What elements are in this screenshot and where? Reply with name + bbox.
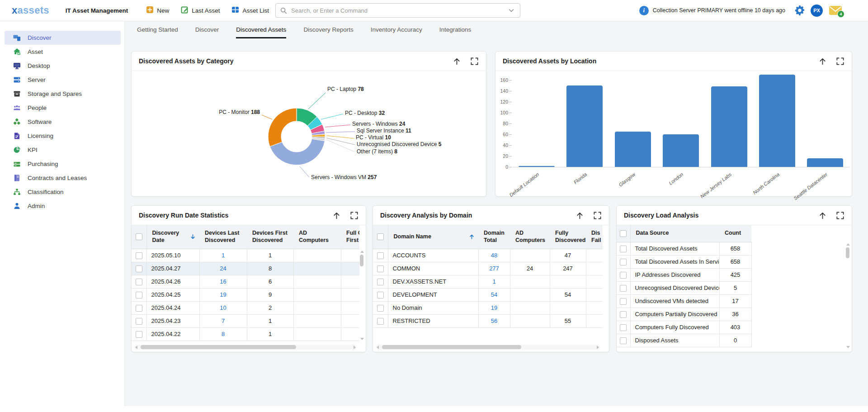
up-arrow-icon[interactable]: [576, 211, 584, 220]
table-row[interactable]: Computers Partially Discovered36: [617, 308, 751, 321]
cell-link[interactable]: 24: [220, 265, 226, 272]
bar-north-carolina[interactable]: [759, 75, 795, 167]
cell-link[interactable]: 7: [222, 317, 225, 324]
row-checkbox[interactable]: [620, 337, 627, 344]
table-row[interactable]: 2025.04.2371: [132, 314, 359, 327]
column-header-count[interactable]: Count: [719, 225, 751, 242]
horizontal-scrollbar[interactable]: [376, 345, 600, 350]
row-checkbox[interactable]: [377, 305, 384, 312]
column-header-data-source[interactable]: Data Source: [630, 225, 719, 242]
table-row[interactable]: ACCOUNTS4847: [373, 249, 603, 262]
row-checkbox[interactable]: [136, 265, 142, 272]
user-avatar[interactable]: PX: [811, 5, 823, 17]
table-row[interactable]: DEV.XASSETS.NET1: [373, 275, 603, 288]
fullscreen-icon[interactable]: [470, 57, 479, 66]
table-row[interactable]: 2025.04.25199: [132, 288, 359, 301]
table-row[interactable]: 2025.04.27248: [132, 262, 359, 275]
bar-seattle-datacenter[interactable]: [807, 158, 843, 167]
table-row[interactable]: Unrecognised Discovered Devices5: [617, 281, 751, 294]
search-input[interactable]: [290, 7, 508, 14]
cell-link[interactable]: 277: [489, 265, 499, 272]
row-checkbox[interactable]: [377, 292, 384, 298]
tab-integrations[interactable]: Integrations: [439, 26, 472, 38]
select-all-checkbox[interactable]: [377, 233, 384, 240]
row-checkbox[interactable]: [136, 318, 142, 325]
table-row[interactable]: Undiscovered VMs detected17: [617, 294, 751, 308]
column-header-ad-computers[interactable]: AD Computers: [510, 225, 550, 249]
sidebar-item-desktop[interactable]: Desktop: [5, 59, 121, 73]
row-checkbox[interactable]: [620, 259, 627, 265]
column-header-fully-discovered[interactable]: Fully Discovered: [550, 225, 586, 249]
sidebar-item-software[interactable]: Software: [5, 115, 121, 129]
messages-button[interactable]: 4: [828, 5, 843, 16]
sidebar-item-kpi[interactable]: KPI: [5, 143, 121, 157]
cell-link[interactable]: 1: [492, 278, 495, 285]
table-row[interactable]: 2025.04.2281: [132, 327, 359, 341]
bar-default-location[interactable]: [519, 166, 555, 167]
table-row[interactable]: IP Addresses Discovered425: [617, 268, 751, 281]
sidebar-item-admin[interactable]: Admin: [5, 199, 121, 213]
tab-discover[interactable]: Discover: [195, 26, 219, 38]
cell-link[interactable]: 8: [222, 331, 225, 337]
xassets-logo[interactable]: xassets: [12, 5, 49, 16]
row-checkbox[interactable]: [620, 324, 627, 331]
up-arrow-icon[interactable]: [332, 211, 341, 220]
table-row[interactable]: DEVELOPMENT5454: [373, 288, 603, 301]
column-header-ad-computers[interactable]: AD Computers: [293, 225, 341, 249]
row-checkbox[interactable]: [620, 311, 627, 318]
vertical-scrollbar[interactable]: [359, 251, 364, 340]
tab-getting-started[interactable]: Getting Started: [137, 26, 178, 38]
select-all-checkbox[interactable]: [620, 230, 627, 237]
table-row[interactable]: Total Discovered Assets658: [617, 242, 751, 255]
column-header-discovery-date[interactable]: Discovery Date: [146, 225, 199, 249]
up-arrow-icon[interactable]: [818, 211, 827, 220]
column-header-devices-first-discovered[interactable]: Devices First Discovered: [247, 225, 293, 249]
cell-link[interactable]: 19: [220, 291, 226, 298]
cell-link[interactable]: 16: [220, 278, 226, 285]
up-arrow-icon[interactable]: [818, 57, 827, 66]
select-all-checkbox[interactable]: [136, 233, 142, 240]
column-header-devices-last-discovered[interactable]: Devices Last Discovered: [199, 225, 247, 249]
new-button[interactable]: New: [146, 6, 169, 15]
row-checkbox[interactable]: [377, 279, 384, 285]
row-checkbox[interactable]: [377, 252, 384, 259]
sidebar-item-classification[interactable]: Classification: [5, 185, 121, 199]
table-row[interactable]: Total Discovered Assets In Service658: [617, 255, 751, 268]
bar-new-jersey-labs[interactable]: [711, 86, 747, 167]
table-row[interactable]: 2025.04.26166: [132, 275, 359, 288]
table-row[interactable]: No Domain19: [373, 301, 603, 314]
cell-link[interactable]: 48: [491, 252, 497, 259]
chevron-down-icon[interactable]: [508, 7, 514, 14]
row-checkbox[interactable]: [620, 272, 627, 279]
row-checkbox[interactable]: [136, 279, 142, 285]
row-checkbox[interactable]: [620, 298, 627, 305]
table-row[interactable]: RESTRICTED5655: [373, 314, 603, 327]
row-checkbox[interactable]: [136, 252, 142, 259]
table-row[interactable]: Disposed Assets0: [617, 334, 751, 347]
row-checkbox[interactable]: [620, 285, 627, 292]
sidebar-item-licensing[interactable]: Licensing: [5, 129, 121, 143]
sidebar-item-server[interactable]: Server: [5, 73, 121, 87]
table-row[interactable]: 2025.04.24102: [132, 301, 359, 314]
sidebar-item-storage-and-spares[interactable]: Storage and Spares: [5, 87, 121, 101]
sidebar-item-purchasing[interactable]: Purchasing: [5, 157, 121, 171]
column-header-domain-name[interactable]: Domain Name: [388, 225, 478, 249]
row-checkbox[interactable]: [136, 331, 142, 338]
cell-link[interactable]: 56: [491, 317, 497, 324]
asset-list-button[interactable]: Asset List: [231, 6, 269, 15]
bar-florida[interactable]: [566, 85, 603, 167]
table-row[interactable]: COMMON27724247: [373, 262, 603, 275]
row-checkbox[interactable]: [377, 318, 384, 325]
fullscreen-icon[interactable]: [593, 211, 602, 220]
fullscreen-icon[interactable]: [836, 211, 844, 220]
row-checkbox[interactable]: [136, 292, 142, 298]
column-header-dis-fail[interactable]: Dis Fail: [586, 225, 603, 249]
fullscreen-icon[interactable]: [350, 211, 359, 220]
sidebar-item-discover[interactable]: Discover: [5, 31, 121, 45]
cell-link[interactable]: 19: [491, 304, 497, 311]
donut-segment-pc-monitor[interactable]: [268, 108, 297, 147]
tab-discovered-assets[interactable]: Discovered Assets: [236, 26, 286, 38]
column-header-full-comp-first-disc[interactable]: Full Comp First Disc: [341, 225, 359, 249]
bar-london[interactable]: [663, 134, 699, 167]
table-row[interactable]: Computers Fully Discovered403: [617, 321, 751, 334]
